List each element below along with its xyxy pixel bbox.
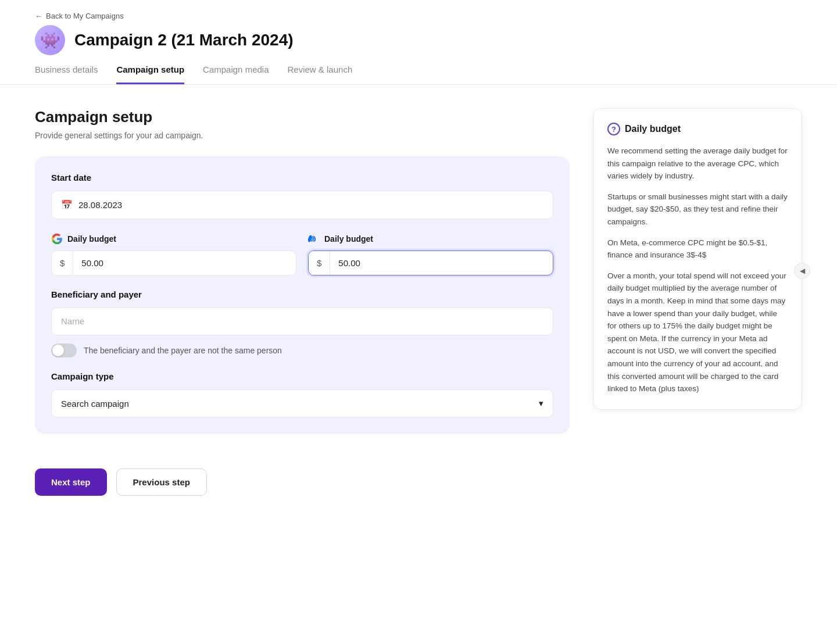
right-panel-container: ◀ ? Daily budget We recommend setting th… [593, 108, 802, 434]
tab-campaign-setup[interactable]: Campaign setup [116, 65, 184, 84]
page-title: Campaign setup [35, 108, 570, 126]
tab-review-launch[interactable]: Review & launch [288, 65, 353, 84]
info-paragraph-1: We recommend setting the average daily b… [607, 145, 788, 183]
beneficiary-label: Beneficiary and payer [51, 289, 553, 299]
start-date-value: 28.08.2023 [78, 200, 122, 210]
collapse-panel-button[interactable]: ◀ [794, 263, 810, 279]
google-logo [51, 233, 63, 245]
toggle-label-text: The beneficiary and the payer are not th… [84, 346, 282, 355]
main-content: Campaign setup Provide general settings … [0, 85, 837, 457]
right-panel: ? Daily budget We recommend setting the … [593, 108, 802, 410]
campaign-type-select[interactable]: Search campaign ▾ [51, 389, 553, 417]
beneficiary-section: Beneficiary and payer The beneficiary an… [51, 289, 553, 357]
name-input-wrapper [51, 307, 553, 335]
campaign-type-value: Search campaign [61, 399, 129, 409]
arrow-left-icon: ← [35, 12, 42, 20]
calendar-icon: 📅 [61, 199, 73, 210]
beneficiary-toggle[interactable] [51, 344, 77, 357]
info-card: ? Daily budget We recommend setting the … [593, 108, 802, 410]
campaign-type-label: Campaign type [51, 371, 553, 381]
meta-budget-label-text: Daily budget [324, 234, 373, 244]
campaign-title: Campaign 2 (21 March 2024) [74, 31, 294, 49]
google-budget-input[interactable] [73, 251, 296, 275]
meta-logo: M [308, 233, 320, 245]
name-input[interactable] [61, 316, 543, 326]
google-budget-label-text: Daily budget [67, 234, 116, 244]
info-paragraph-3: On Meta, e-commerce CPC might be $0.5-$1… [607, 237, 788, 262]
avatar: 👾 [35, 25, 65, 55]
campaign-title-row: 👾 Campaign 2 (21 March 2024) [35, 25, 802, 55]
back-link[interactable]: ← Back to My Campaigns [35, 12, 802, 20]
svg-text:M: M [309, 235, 315, 243]
avatar-emoji: 👾 [40, 31, 60, 50]
tab-campaign-media[interactable]: Campaign media [203, 65, 269, 84]
toggle-row: The beneficiary and the payer are not th… [51, 344, 553, 357]
meta-budget-input[interactable] [330, 251, 553, 275]
google-currency-symbol: $ [52, 251, 73, 275]
info-paragraph-4: Over a month, your total spend will not … [607, 270, 788, 395]
campaign-type-section: Campaign type Search campaign ▾ [51, 371, 553, 417]
google-budget-block: Daily budget $ [51, 233, 296, 276]
info-card-title: Daily budget [625, 124, 681, 134]
bottom-bar: Next step Previous step [0, 457, 837, 519]
meta-budget-block: M Daily budget $ [308, 233, 553, 276]
meta-budget-label-row: M Daily budget [308, 233, 553, 245]
date-input-wrapper[interactable]: 📅 28.08.2023 [51, 191, 553, 219]
previous-step-button[interactable]: Previous step [116, 468, 207, 496]
info-card-header: ? Daily budget [607, 123, 788, 135]
start-date-label: Start date [51, 173, 553, 183]
nav-tabs: Business details Campaign setup Campaign… [35, 65, 802, 84]
chevron-down-icon: ▾ [539, 398, 543, 409]
header: ← Back to My Campaigns 👾 Campaign 2 (21 … [0, 0, 837, 85]
next-step-button[interactable]: Next step [35, 468, 107, 496]
help-icon: ? [607, 123, 620, 135]
form-card: Start date 📅 28.08.2023 [35, 156, 570, 434]
tab-business-details[interactable]: Business details [35, 65, 98, 84]
info-paragraph-2: Startups or small businesses might start… [607, 191, 788, 228]
left-panel: Campaign setup Provide general settings … [35, 108, 570, 434]
meta-currency-symbol: $ [309, 251, 330, 275]
google-budget-label-row: Daily budget [51, 233, 296, 245]
google-budget-input-wrapper: $ [51, 251, 296, 276]
budget-row: Daily budget $ [51, 233, 553, 276]
page-subtitle: Provide general settings for your ad cam… [35, 131, 570, 140]
back-label: Back to My Campaigns [46, 12, 124, 20]
meta-budget-input-wrapper: $ [308, 251, 553, 276]
